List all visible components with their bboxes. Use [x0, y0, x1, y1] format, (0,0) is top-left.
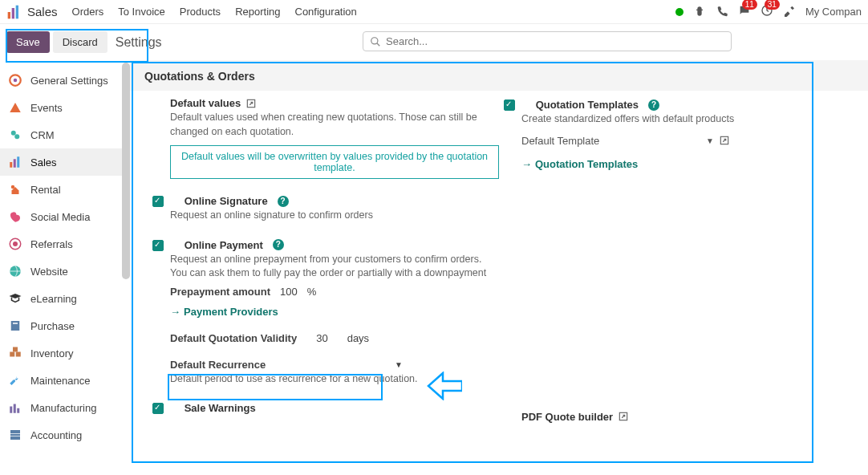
external-link-icon[interactable]	[245, 98, 257, 109]
external-link-icon[interactable]	[719, 135, 730, 146]
svg-rect-10	[10, 162, 12, 168]
svg-rect-0	[8, 12, 10, 18]
sidebar-item-purchase[interactable]: Purchase	[0, 312, 130, 339]
sidebar-item-crm[interactable]: CRM	[0, 121, 130, 148]
sidebar-item-general-settings[interactable]: General Settings	[0, 67, 130, 94]
discard-button[interactable]: Discard	[53, 31, 107, 53]
default-values-info: Default values will be overwritten by va…	[170, 145, 499, 179]
svg-rect-17	[11, 321, 20, 331]
setting-sale-warnings: Sale Warnings	[170, 400, 499, 414]
activities-icon-wrap[interactable]: 31	[761, 4, 773, 19]
setting-online-signature: Online Signature ? Request an online sig…	[170, 193, 499, 223]
search-input[interactable]	[386, 35, 724, 47]
svg-rect-22	[10, 407, 12, 413]
sidebar-item-sales[interactable]: Sales	[0, 148, 130, 176]
search-bar[interactable]	[363, 31, 732, 51]
svg-point-13	[11, 185, 15, 189]
company-label[interactable]: My Compan	[805, 6, 862, 18]
sidebar-scrollbar[interactable]	[122, 63, 130, 279]
svg-point-9	[14, 134, 19, 139]
sidebar-item-maintenance[interactable]: Maintenance	[0, 367, 130, 394]
sale-warnings-label: Sale Warnings	[185, 402, 256, 414]
payment-providers-link[interactable]: → Payment Providers	[170, 306, 278, 318]
section-title: Quotations & Orders	[130, 60, 868, 91]
quotation-templates-checkbox[interactable]	[504, 99, 515, 111]
svg-rect-21	[13, 347, 18, 352]
menu-orders[interactable]: Orders	[72, 6, 104, 18]
sidebar-item-elearning[interactable]: eLearning	[0, 285, 130, 312]
sidebar-item-social-media[interactable]: Social Media	[0, 203, 130, 230]
sidebar-item-events[interactable]: Events	[0, 94, 130, 121]
online-payment-desc: Request an online prepayment from your c…	[170, 253, 499, 281]
prepayment-value[interactable]: 100	[280, 286, 298, 298]
arrow-right-icon: →	[170, 306, 180, 318]
help-icon[interactable]: ?	[273, 239, 284, 250]
save-button[interactable]: Save	[6, 31, 50, 53]
messages-badge: 11	[742, 0, 757, 10]
app-brand[interactable]: Sales	[27, 5, 58, 18]
tools-icon[interactable]	[783, 6, 796, 18]
svg-rect-24	[17, 408, 19, 413]
setting-pdf-quote: PDF Quote builder	[521, 411, 850, 423]
sidebar: General Settings Events CRM Sales Rental…	[0, 60, 130, 475]
svg-point-8	[11, 131, 16, 136]
setting-quotation-templates: Quotation Templates ? Create standardize…	[521, 97, 850, 170]
sidebar-item-inventory[interactable]: Inventory	[0, 339, 130, 367]
prepayment-unit: %	[307, 286, 317, 298]
online-payment-label: Online Payment	[185, 239, 263, 251]
svg-point-15	[13, 242, 18, 246]
online-signature-checkbox[interactable]	[152, 196, 164, 207]
svg-line-5	[377, 43, 380, 46]
svg-rect-18	[13, 323, 18, 324]
validity-value[interactable]: 30	[316, 332, 327, 344]
messages-icon-wrap[interactable]: 11	[738, 4, 751, 19]
bug-icon[interactable]	[693, 6, 706, 18]
online-signature-label: Online Signature	[185, 195, 268, 207]
sale-warnings-checkbox[interactable]	[152, 403, 164, 414]
sidebar-item-manufacturing[interactable]: Manufacturing	[0, 394, 130, 421]
default-template-label: Default Template	[521, 135, 599, 147]
menu-to-invoice[interactable]: To Invoice	[118, 6, 165, 18]
svg-rect-1	[12, 8, 14, 18]
phone-icon[interactable]	[716, 6, 728, 18]
svg-rect-19	[10, 352, 14, 357]
settings-right-column: Quotation Templates ? Create standardize…	[521, 97, 850, 437]
online-signature-desc: Request an online signature to confirm o…	[170, 209, 499, 223]
quotation-templates-link[interactable]: → Quotation Templates	[521, 158, 638, 170]
recurrence-dropdown-caret[interactable]: ▼	[395, 360, 403, 369]
setting-online-payment: Online Payment ? Request an online prepa…	[170, 238, 499, 318]
validity-unit: days	[347, 332, 369, 344]
breadcrumb: Settings	[116, 35, 162, 50]
menu-products[interactable]: Products	[180, 6, 221, 18]
help-icon[interactable]: ?	[278, 196, 289, 207]
sidebar-item-rental[interactable]: Rental	[0, 176, 130, 203]
pdf-quote-label: PDF Quote builder	[521, 411, 613, 423]
menu-configuration[interactable]: Configuration	[295, 6, 357, 18]
svg-rect-12	[17, 156, 19, 168]
default-values-label: Default values	[170, 97, 241, 109]
setting-recurrence: Default Recurrence ▼ Default period to u…	[170, 359, 499, 387]
default-template-dropdown[interactable]: Default Template ▼	[521, 135, 730, 147]
default-values-desc: Default values used when creating new qu…	[170, 111, 499, 139]
prepayment-label: Prepayment amount	[170, 286, 270, 298]
activities-badge: 31	[765, 0, 780, 10]
svg-rect-25	[10, 430, 20, 440]
external-link-icon[interactable]	[618, 411, 629, 422]
online-payment-checkbox[interactable]	[152, 240, 164, 251]
svg-point-7	[14, 79, 18, 83]
action-bar: Save Discard Settings	[0, 24, 868, 60]
recurrence-desc: Default period to use as recurrence for …	[170, 372, 499, 387]
help-icon[interactable]: ?	[648, 99, 659, 111]
setting-validity: Default Quotation Validity 30 days	[170, 332, 499, 344]
presence-dot-icon[interactable]	[675, 8, 683, 16]
menu-reporting[interactable]: Reporting	[235, 6, 280, 18]
search-icon	[370, 36, 381, 47]
svg-point-4	[371, 37, 378, 43]
chevron-down-icon: ▼	[706, 136, 714, 145]
svg-rect-11	[14, 159, 16, 168]
sidebar-item-referrals[interactable]: Referrals	[0, 230, 130, 258]
sidebar-item-accounting[interactable]: Accounting	[0, 421, 130, 449]
sidebar-item-website[interactable]: Website	[0, 258, 130, 285]
content: Quotations & Orders Default values Defau…	[130, 60, 868, 475]
svg-rect-23	[14, 404, 16, 413]
